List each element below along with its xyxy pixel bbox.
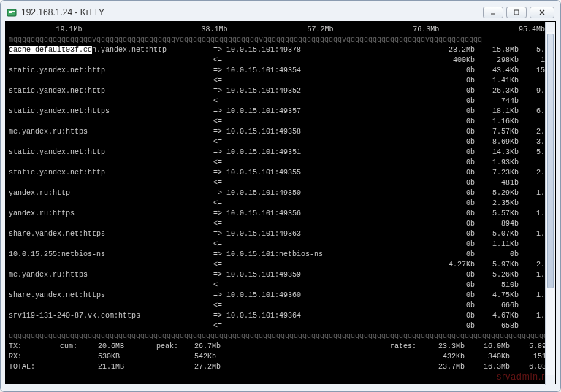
svg-rect-4 xyxy=(514,10,519,15)
connection-row[interactable]: yandex.ru:https=>10.0.15.101:493560b5.57… xyxy=(6,209,555,219)
connection-row-rx[interactable]: <=0b658b235b xyxy=(6,321,555,331)
connection-list: cache-default03f.cdn.yandex.net:http=>10… xyxy=(6,45,555,331)
rate-col-2: 5.57Kb xyxy=(475,209,519,219)
connection-row[interactable]: mc.yandex.ru:https=>10.0.15.101:493580b7… xyxy=(6,127,555,137)
connection-row[interactable]: static.yandex.net:https=>10.0.15.101:493… xyxy=(6,107,555,117)
rate-col-2: 1.93Kb xyxy=(475,158,519,168)
titlebar[interactable]: 192.168.1.24 - KiTTY xyxy=(5,4,556,21)
vertical-scrollbar[interactable] xyxy=(545,22,555,385)
terminal-area[interactable]: 19.1Mb 38.1Mb 57.2Mb 76.3Mb 95.4Mb mqqqq… xyxy=(5,21,556,384)
rate-col-1: 0b xyxy=(431,239,475,250)
scale-tick: 57.2Mb xyxy=(228,25,334,35)
direction-out-icon: => xyxy=(213,209,226,219)
peak-label: peak: xyxy=(156,342,194,352)
direction-in-icon: <= xyxy=(213,260,226,270)
minimize-button[interactable] xyxy=(483,7,503,18)
connection-row-rx[interactable]: <=0b894b319b xyxy=(6,219,555,229)
scale-tick: 19.1Mb xyxy=(16,25,122,35)
direction-out-icon: => xyxy=(213,270,226,280)
direction-in-icon: <= xyxy=(213,96,226,107)
rate-col-2: 666b xyxy=(475,301,519,311)
direction-out-icon: => xyxy=(213,66,226,76)
rate-col-1: 400Kb xyxy=(431,55,475,66)
connection-row[interactable]: share.yandex.net:https=>10.0.15.101:4936… xyxy=(6,229,555,239)
rx-peak: 542Kb xyxy=(194,352,259,362)
peer: 10.0.15.101:49359 xyxy=(226,270,431,280)
host: static.yandex.net:https xyxy=(9,107,213,117)
connection-row[interactable]: static.yandex.net:http=>10.0.15.101:4935… xyxy=(6,168,555,178)
tx-rate-2: 16.0Mb xyxy=(465,342,510,352)
connection-row-rx[interactable]: <=0b481b172b xyxy=(6,178,555,188)
host: 10.0.15.255:netbios-ns xyxy=(9,250,213,260)
direction-in-icon: <= xyxy=(213,158,226,168)
summary-label: TX: xyxy=(9,342,60,352)
rate-col-1: 0b xyxy=(431,158,475,168)
direction-out-icon: => xyxy=(213,229,226,239)
scrollbar-thumb[interactable] xyxy=(547,34,554,288)
rate-col-2: 1.16Kb xyxy=(475,117,519,127)
connection-row-rx[interactable]: <=400Kb298Kb106Kb xyxy=(6,55,555,66)
rate-col-1: 0b xyxy=(431,178,475,188)
watermark: srvadmin.ru xyxy=(497,372,551,382)
summary-tx: TX: cum: 20.6MB peak: 26.7Mb rates: 23.3… xyxy=(6,342,555,352)
host: static.yandex.net:http xyxy=(9,86,213,96)
scale-tick: 95.4Mb xyxy=(439,25,545,35)
peer: 10.0.15.101:49358 xyxy=(226,127,431,137)
peer: 10.0.15.101:49363 xyxy=(226,229,431,239)
connection-row[interactable]: static.yandex.net:http=>10.0.15.101:4935… xyxy=(6,66,555,76)
connection-row-rx[interactable]: <=0b666b238b xyxy=(6,301,555,311)
rate-col-1: 0b xyxy=(431,107,475,117)
direction-in-icon: <= xyxy=(213,76,226,86)
rate-col-2: 8.69Kb xyxy=(475,137,519,147)
total-peak: 27.2Mb xyxy=(194,362,259,372)
svg-rect-2 xyxy=(9,12,12,13)
direction-out-icon: => xyxy=(213,250,226,260)
rate-col-1: 0b xyxy=(431,229,475,239)
connection-row[interactable]: static.yandex.net:http=>10.0.15.101:4935… xyxy=(6,147,555,158)
host: mc.yandex.ru:https xyxy=(9,270,213,280)
summary-label: RX: xyxy=(9,352,60,362)
connection-row[interactable]: 10.0.15.255:netbios-ns=>10.0.15.101:netb… xyxy=(6,250,555,260)
rate-col-2: 18.1Kb xyxy=(475,107,519,117)
close-button[interactable] xyxy=(530,7,554,18)
rate-col-2: 744b xyxy=(475,96,519,107)
connection-row-rx[interactable]: <=0b1.41Kb517b xyxy=(6,76,555,86)
rate-col-2: 26.3Kb xyxy=(475,86,519,96)
rate-col-1: 0b xyxy=(431,291,475,301)
direction-out-icon: => xyxy=(213,311,226,321)
app-icon xyxy=(7,7,17,18)
connection-row-rx[interactable]: <=0b510b182b xyxy=(6,280,555,291)
rate-col-1: 0b xyxy=(431,86,475,96)
rate-col-1: 0b xyxy=(431,311,475,321)
rate-col-1: 0b xyxy=(431,76,475,86)
connection-row[interactable]: srv119-131-240-87.vk.com:https=>10.0.15.… xyxy=(6,311,555,321)
peer: 10.0.15.101:49360 xyxy=(226,291,431,301)
connection-row-rx[interactable]: <=0b1.16Kb425b xyxy=(6,117,555,127)
connection-row[interactable]: mc.yandex.ru:https=>10.0.15.101:493590b5… xyxy=(6,270,555,280)
host: share.yandex.net:https xyxy=(9,229,213,239)
direction-out-icon: => xyxy=(213,291,226,301)
direction-in-icon: <= xyxy=(213,301,226,311)
rate-col-2: 0b xyxy=(475,250,519,260)
connection-row[interactable]: yandex.ru:http=>10.0.15.101:493500b5.29K… xyxy=(6,188,555,199)
connection-row[interactable]: static.yandex.net:http=>10.0.15.101:4935… xyxy=(6,86,555,96)
divider: qqqqqqqqqqqqqqqqqqqqqqqqqqqqqqqqqqqqqqqq… xyxy=(6,331,555,342)
rx-rate-2: 340Kb xyxy=(465,352,510,362)
rate-col-1: 0b xyxy=(431,188,475,199)
maximize-button[interactable] xyxy=(506,7,527,18)
direction-in-icon: <= xyxy=(213,219,226,229)
connection-row-rx[interactable]: <=0b1.93Kb705b xyxy=(6,158,555,168)
direction-in-icon: <= xyxy=(213,199,226,209)
direction-out-icon: => xyxy=(213,45,226,55)
connection-row-rx[interactable]: <=0b1.11Kb406b xyxy=(6,239,555,250)
connection-row-rx[interactable]: <=0b8.69Kb3.10Kb xyxy=(6,137,555,147)
connection-row-rx[interactable]: <=0b2.35Kb860b xyxy=(6,199,555,209)
peer: 10.0.15.101:49354 xyxy=(226,66,431,76)
connection-row-rx[interactable]: <=4.27Kb5.97Kb2.39Kb xyxy=(6,260,555,270)
connection-row[interactable]: share.yandex.net:https=>10.0.15.101:4936… xyxy=(6,291,555,301)
connection-row-rx[interactable]: <=0b744b266b xyxy=(6,96,555,107)
rate-col-1: 0b xyxy=(431,96,475,107)
summary-label: TOTAL: xyxy=(9,362,60,372)
window-controls xyxy=(483,7,554,18)
connection-row[interactable]: cache-default03f.cdn.yandex.net:http=>10… xyxy=(6,45,555,55)
